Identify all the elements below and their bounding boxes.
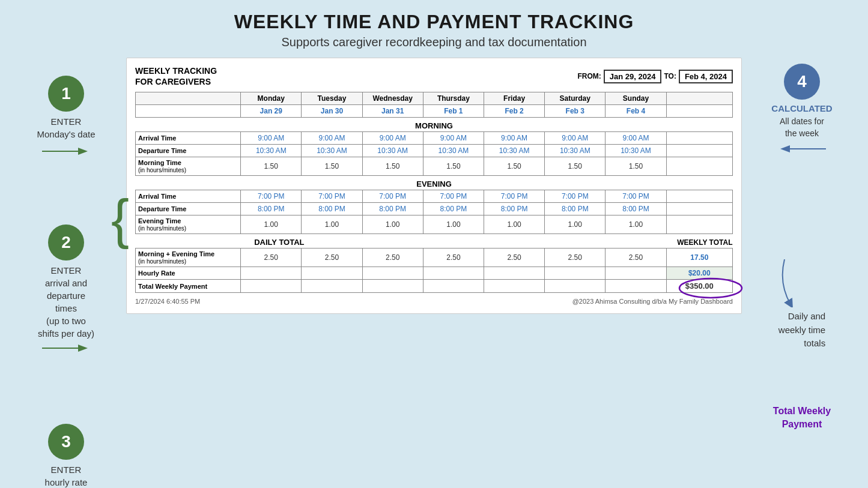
monday-date: Jan 29 — [241, 105, 302, 118]
evening-arrival-wed: 7:00 PM — [362, 190, 423, 203]
hourly-rate-label: Hourly Rate — [136, 267, 241, 280]
evening-time-weekly — [666, 215, 732, 234]
arrow-to-sheet-1 — [42, 145, 90, 157]
empty-header — [136, 92, 241, 105]
spreadsheet-title: WEEKLY TRACKING FOR CAREGIVERS — [135, 65, 219, 87]
subtitle: Supports caregiver recordkeeping and tax… — [0, 35, 868, 49]
evening-section-header: EVENING — [136, 176, 733, 190]
morning-time-mon: 1.50 — [241, 157, 302, 176]
wednesday-header: Wednesday — [362, 92, 423, 105]
weekly-total-header: WEEKLY TOTAL — [666, 234, 732, 249]
to-date: Feb 4, 2024 — [679, 70, 733, 83]
morning-arrival-tue: 9:00 AM — [302, 132, 362, 145]
step2-number: 2 — [61, 233, 71, 252]
thursday-header: Thursday — [423, 92, 484, 105]
morning-time-thu: 1.50 — [423, 157, 484, 176]
combined-time-row: Morning + Evening Time (in hours/minutes… — [136, 249, 733, 267]
hr-sat — [545, 267, 605, 280]
hr-thu — [423, 267, 484, 280]
morning-depart-fri: 10:30 AM — [484, 145, 544, 157]
morning-departure-row: Departure Time 10:30 AM 10:30 AM 10:30 A… — [136, 145, 733, 157]
evening-time-wed: 1.00 — [362, 215, 423, 234]
evening-depart-tue: 8:00 PM — [302, 203, 362, 215]
main-title: WEEKLY TIME AND PAYMENT TRACKING — [0, 11, 868, 33]
morning-arrival-sun: 9:00 AM — [605, 132, 666, 145]
evening-time-sun: 1.00 — [605, 215, 666, 234]
tuesday-date: Jan 30 — [302, 105, 362, 118]
step3-block: 3 ENTERhourly rate — [42, 424, 90, 488]
evening-depart-thu: 8:00 PM — [423, 203, 484, 215]
morning-depart-sat: 10:30 AM — [545, 145, 605, 157]
evening-arrival-tue: 7:00 PM — [302, 190, 362, 203]
evening-time-label: Evening Time (in hours/minutes) — [136, 215, 241, 234]
dates-row: Jan 29 Jan 30 Jan 31 Feb 1 Feb 2 Feb 3 F… — [136, 105, 733, 118]
evening-departure-label: Departure Time — [136, 203, 241, 215]
friday-header: Friday — [484, 92, 544, 105]
combined-sat: 2.50 — [545, 249, 605, 267]
step1-number: 1 — [61, 84, 71, 103]
evening-depart-mon: 8:00 PM — [241, 203, 302, 215]
evening-arrival-row: Arrival Time 7:00 PM 7:00 PM 7:00 PM 7:0… — [136, 190, 733, 203]
evening-arrival-fri: 7:00 PM — [484, 190, 544, 203]
morning-arrival-weekly — [666, 132, 732, 145]
morning-section-header: MORNING — [136, 118, 733, 132]
evening-depart-sun: 8:00 PM — [605, 203, 666, 215]
evening-time-sat: 1.00 — [545, 215, 605, 234]
combined-sun: 2.50 — [605, 249, 666, 267]
day-headers-row: Monday Tuesday Wednesday Thursday Friday… — [136, 92, 733, 105]
sunday-header: Sunday — [605, 92, 666, 105]
morning-time-label: Morning Time (in hours/minutes) — [136, 157, 241, 176]
daily-weekly-label: Daily andweekly timetotals — [778, 310, 825, 351]
step4-calculated-label: CALCULATED — [771, 103, 832, 113]
step3-label: ENTERhourly rate — [45, 463, 88, 488]
arrow-from-sheet-1 — [778, 143, 826, 155]
morning-time-tue: 1.50 — [302, 157, 362, 176]
combined-mon: 2.50 — [241, 249, 302, 267]
to-label: TO: — [664, 72, 676, 80]
morning-time-weekly — [666, 157, 732, 176]
total-payment-row: Total Weekly Payment $350.00 — [136, 280, 733, 293]
saturday-header: Saturday — [545, 92, 605, 105]
tp-mon — [241, 280, 302, 293]
morning-arrival-fri: 9:00 AM — [484, 132, 544, 145]
combined-wed: 2.50 — [362, 249, 423, 267]
dates-label-cell — [136, 105, 241, 118]
total-payment-cell: $350.00 — [666, 280, 732, 293]
total-payment-label: Total Weekly Payment — [136, 280, 241, 293]
evening-arrival-mon: 7:00 PM — [241, 190, 302, 203]
main-table: Monday Tuesday Wednesday Thursday Friday… — [135, 92, 733, 293]
from-date: Jan 29, 2024 — [604, 70, 662, 83]
wednesday-date: Jan 31 — [362, 105, 423, 118]
hr-mon — [241, 267, 302, 280]
evening-depart-sat: 8:00 PM — [545, 203, 605, 215]
evening-time-thu: 1.00 — [423, 215, 484, 234]
step1-label: ENTERMonday's date — [37, 115, 95, 140]
daily-total-section-header: DAILY TOTAL — [136, 234, 423, 249]
morning-arrival-mon: 9:00 AM — [241, 132, 302, 145]
evening-departure-row: Departure Time 8:00 PM 8:00 PM 8:00 PM 8… — [136, 203, 733, 215]
evening-depart-weekly — [666, 203, 732, 215]
morning-depart-wed: 10:30 AM — [362, 145, 423, 157]
morning-depart-sun: 10:30 AM — [605, 145, 666, 157]
combined-weekly-total: 17.50 — [666, 249, 732, 267]
dates-weekly-cell — [666, 105, 732, 118]
hourly-rate-value: $20.00 — [666, 267, 732, 280]
tp-wed — [362, 280, 423, 293]
evening-time-row: Evening Time (in hours/minutes) 1.00 1.0… — [136, 215, 733, 234]
total-weekly-note: Total WeeklyPayment — [773, 393, 831, 432]
step1-text: ENTERMonday's date — [37, 116, 95, 139]
step4-number: 4 — [797, 72, 807, 91]
spreadsheet: WEEKLY TRACKING FOR CAREGIVERS FROM: Jan… — [126, 58, 742, 314]
morning-arrival-row: Arrival Time 9:00 AM 9:00 AM 9:00 AM 9:0… — [136, 132, 733, 145]
step4-sub: All dates for the week — [780, 116, 824, 139]
combined-thu: 2.50 — [423, 249, 484, 267]
hr-wed — [362, 267, 423, 280]
title-section: WEEKLY TIME AND PAYMENT TRACKING Support… — [0, 0, 868, 53]
morning-arrival-thu: 9:00 AM — [423, 132, 484, 145]
evening-time-fri: 1.00 — [484, 215, 544, 234]
arrow-to-sheet-2 — [42, 343, 90, 353]
morning-departure-label: Departure Time — [136, 145, 241, 157]
evening-time-tue: 1.00 — [302, 215, 362, 234]
morning-arrival-sat: 9:00 AM — [545, 132, 605, 145]
morning-depart-tue: 10:30 AM — [302, 145, 362, 157]
